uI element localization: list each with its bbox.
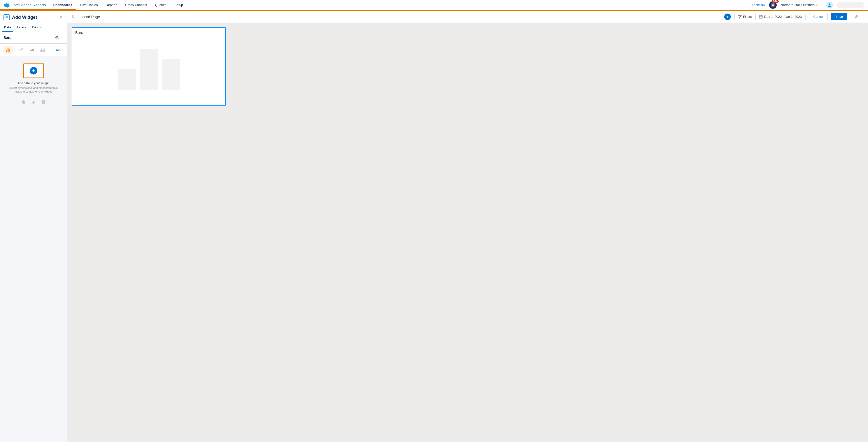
org-name-label: Northern Trail Outfitters: [781, 3, 814, 7]
svg-point-2: [772, 4, 773, 5]
svg-rect-14: [40, 48, 45, 52]
svg-point-22: [863, 16, 864, 17]
date-range-picker[interactable]: Dec 1, 2022 - Jan 1, 2023: [759, 15, 802, 19]
widget-name-label: Bars: [3, 36, 54, 40]
widget-menu-button[interactable]: [60, 35, 63, 41]
nav-tab-dashboards[interactable]: Dashboards: [50, 0, 76, 10]
close-icon: [59, 16, 62, 19]
svg-point-4: [829, 3, 830, 5]
divider: [14, 46, 15, 53]
svg-point-21: [863, 15, 864, 15]
measurement-icon: [31, 100, 36, 104]
feedback-link[interactable]: Feedback: [752, 3, 765, 7]
user-avatar[interactable]: [826, 2, 833, 8]
brand[interactable]: Intelligence Reports: [0, 0, 50, 10]
astro-avatar[interactable]: 99+: [769, 1, 777, 9]
svg-rect-19: [760, 15, 763, 18]
astro-icon: [770, 2, 775, 7]
plus-icon: +: [30, 67, 37, 74]
sidebar: Add Widget Data Filters Design Bars: [0, 11, 67, 442]
page-name: Dashboard Page 1: [72, 14, 103, 19]
svg-point-7: [57, 37, 58, 38]
chart-type-bar[interactable]: [3, 46, 12, 54]
sidebar-tab-filters[interactable]: Filters: [14, 23, 29, 32]
svg-rect-6: [7, 17, 8, 18]
date-range-label: Dec 1, 2022 - Jan 1, 2023: [764, 15, 802, 19]
sidebar-tab-design[interactable]: Design: [29, 23, 45, 32]
svg-rect-5: [5, 16, 6, 17]
page-menu-button[interactable]: [863, 15, 864, 19]
close-sidebar-button[interactable]: [58, 15, 63, 20]
date-icon: [41, 100, 46, 104]
nav-tab-cross-channel[interactable]: Cross-Channel: [121, 0, 151, 10]
add-data-title: Add data to your widget: [3, 82, 63, 85]
filter-icon: [738, 15, 742, 19]
add-widget-fab[interactable]: +: [724, 13, 731, 20]
field-type-icons: [3, 100, 63, 104]
add-widget-icon: [3, 14, 9, 20]
svg-rect-17: [42, 100, 43, 101]
line-chart-icon: [19, 48, 24, 52]
table-icon: [40, 48, 45, 52]
svg-point-20: [856, 16, 857, 17]
sidebar-tab-data[interactable]: Data: [1, 23, 14, 32]
placeholder-bars: [118, 40, 222, 90]
kebab-icon: [61, 36, 62, 40]
svg-point-8: [62, 36, 62, 37]
svg-point-1: [772, 4, 774, 6]
person-icon: [828, 3, 832, 7]
save-button[interactable]: Save: [831, 13, 847, 20]
chart-type-row: More: [0, 44, 67, 56]
filters-label: Filters: [743, 15, 752, 19]
filters-button[interactable]: Filters: [738, 15, 752, 19]
main: Add Widget Data Filters Design Bars: [0, 11, 868, 442]
nav-tab-pivot-tables[interactable]: Pivot Tables: [76, 0, 102, 10]
add-data-subtitle: Select dimension/s and measurement/s fie…: [3, 86, 63, 94]
nav-tab-setup[interactable]: Setup: [170, 0, 187, 10]
search-pill[interactable]: [837, 2, 865, 8]
nav-tab-reports[interactable]: Reports: [102, 0, 121, 10]
svg-rect-13: [9, 49, 10, 52]
chart-type-area[interactable]: [27, 46, 36, 54]
dashboard-canvas[interactable]: Bars: [67, 23, 868, 442]
svg-point-3: [773, 4, 774, 5]
add-data-area: + Add data to your widget Select dimensi…: [0, 56, 67, 442]
area-chart-icon: [29, 48, 34, 52]
notification-badge: 99+: [772, 0, 779, 3]
sidebar-title: Add Widget: [12, 15, 56, 20]
chart-type-more[interactable]: More: [56, 48, 63, 52]
org-switcher[interactable]: Northern Trail Outfitters: [781, 3, 818, 7]
widget-card[interactable]: Bars: [72, 27, 226, 105]
divider: [805, 14, 806, 20]
nav-tabs: Dashboards Pivot Tables Reports Cross-Ch…: [50, 0, 187, 10]
cancel-button[interactable]: Cancel: [809, 13, 828, 20]
widget-card-title: Bars: [75, 30, 222, 35]
eye-icon: [55, 35, 59, 40]
sidebar-tabs: Data Filters Design: [0, 23, 67, 32]
add-data-button[interactable]: +: [23, 63, 44, 78]
svg-rect-11: [6, 50, 7, 52]
dimension-icon: [21, 100, 26, 104]
svg-rect-12: [7, 48, 8, 52]
divider: [734, 14, 735, 20]
svg-rect-18: [44, 100, 45, 101]
widget-name-row: Bars: [0, 32, 67, 44]
top-nav: Intelligence Reports Dashboards Pivot Ta…: [0, 0, 868, 10]
nav-tab-queries[interactable]: Queries: [151, 0, 170, 10]
eye-icon: [855, 14, 859, 19]
kebab-icon: [863, 15, 864, 19]
svg-point-9: [62, 37, 62, 38]
bar-chart-icon: [5, 48, 10, 52]
svg-point-23: [863, 18, 864, 19]
calendar-icon: [759, 15, 763, 19]
svg-point-10: [62, 39, 62, 40]
app-name: Intelligence Reports: [12, 3, 46, 7]
chart-type-table[interactable]: [38, 46, 47, 54]
visibility-toggle[interactable]: [54, 34, 60, 41]
chart-type-line[interactable]: [17, 46, 26, 54]
sidebar-header: Add Widget: [0, 11, 67, 23]
canvas-toolbar: Dashboard Page 1 + Filters Dec 1, 2022 -…: [67, 11, 868, 23]
chevron-down-icon: [815, 4, 818, 6]
canvas-wrap: Dashboard Page 1 + Filters Dec 1, 2022 -…: [67, 11, 868, 442]
preview-toggle[interactable]: [855, 14, 859, 19]
